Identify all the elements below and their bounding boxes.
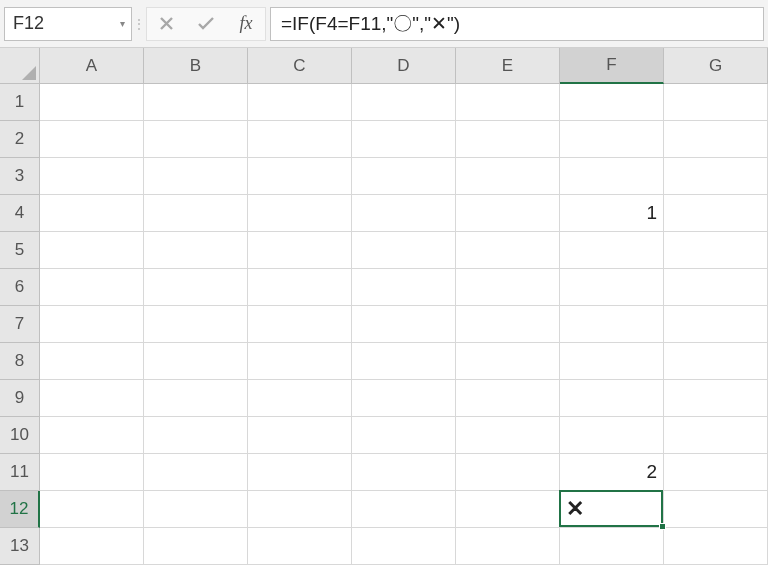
column-header-A[interactable]: A (40, 48, 144, 84)
cell-G12[interactable] (664, 491, 768, 528)
cell-D12[interactable] (352, 491, 456, 528)
cell-E10[interactable] (456, 417, 560, 454)
cell-C10[interactable] (248, 417, 352, 454)
row-header-6[interactable]: 6 (0, 269, 40, 306)
cell-A7[interactable] (40, 306, 144, 343)
cell-D6[interactable] (352, 269, 456, 306)
row-header-8[interactable]: 8 (0, 343, 40, 380)
cell-E11[interactable] (456, 454, 560, 491)
cell-B7[interactable] (144, 306, 248, 343)
cell-D13[interactable] (352, 528, 456, 565)
cell-B8[interactable] (144, 343, 248, 380)
cell-B1[interactable] (144, 84, 248, 121)
cell-A9[interactable] (40, 380, 144, 417)
cell-C12[interactable] (248, 491, 352, 528)
cell-B12[interactable] (144, 491, 248, 528)
name-box[interactable]: F12 ▾ (4, 7, 132, 41)
cell-G9[interactable] (664, 380, 768, 417)
row-header-9[interactable]: 9 (0, 380, 40, 417)
row-header-7[interactable]: 7 (0, 306, 40, 343)
cell-F11[interactable]: 2 (560, 454, 664, 491)
cell-B4[interactable] (144, 195, 248, 232)
cell-C2[interactable] (248, 121, 352, 158)
cell-D4[interactable] (352, 195, 456, 232)
cell-C6[interactable] (248, 269, 352, 306)
cell-F1[interactable] (560, 84, 664, 121)
cell-B9[interactable] (144, 380, 248, 417)
cell-G3[interactable] (664, 158, 768, 195)
cell-A13[interactable] (40, 528, 144, 565)
column-header-G[interactable]: G (664, 48, 768, 84)
cell-E4[interactable] (456, 195, 560, 232)
cell-G13[interactable] (664, 528, 768, 565)
cell-E9[interactable] (456, 380, 560, 417)
cell-F7[interactable] (560, 306, 664, 343)
cancel-icon[interactable] (153, 11, 179, 37)
row-header-2[interactable]: 2 (0, 121, 40, 158)
cell-B6[interactable] (144, 269, 248, 306)
cell-A12[interactable] (40, 491, 144, 528)
cell-D1[interactable] (352, 84, 456, 121)
cell-C1[interactable] (248, 84, 352, 121)
select-all-corner[interactable] (0, 48, 40, 84)
column-header-D[interactable]: D (352, 48, 456, 84)
cell-D11[interactable] (352, 454, 456, 491)
row-header-5[interactable]: 5 (0, 232, 40, 269)
row-header-12[interactable]: 12 (0, 491, 40, 528)
cell-F4[interactable]: 1 (560, 195, 664, 232)
cell-G6[interactable] (664, 269, 768, 306)
cell-C13[interactable] (248, 528, 352, 565)
cell-C9[interactable] (248, 380, 352, 417)
cell-D3[interactable] (352, 158, 456, 195)
cell-A1[interactable] (40, 84, 144, 121)
cell-E6[interactable] (456, 269, 560, 306)
cell-G5[interactable] (664, 232, 768, 269)
formula-input[interactable]: =IF(F4=F11,"〇","✕") (270, 7, 764, 41)
fill-handle[interactable] (659, 523, 666, 530)
cell-F3[interactable] (560, 158, 664, 195)
cell-F9[interactable] (560, 380, 664, 417)
cell-E8[interactable] (456, 343, 560, 380)
column-header-E[interactable]: E (456, 48, 560, 84)
cell-E12[interactable] (456, 491, 560, 528)
cell-D8[interactable] (352, 343, 456, 380)
cell-G1[interactable] (664, 84, 768, 121)
row-header-3[interactable]: 3 (0, 158, 40, 195)
cell-F8[interactable] (560, 343, 664, 380)
cell-C7[interactable] (248, 306, 352, 343)
cell-D10[interactable] (352, 417, 456, 454)
cell-G2[interactable] (664, 121, 768, 158)
cell-F13[interactable] (560, 528, 664, 565)
row-header-11[interactable]: 11 (0, 454, 40, 491)
cell-E13[interactable] (456, 528, 560, 565)
cell-F2[interactable] (560, 121, 664, 158)
cell-F5[interactable] (560, 232, 664, 269)
cell-E1[interactable] (456, 84, 560, 121)
cell-A2[interactable] (40, 121, 144, 158)
cell-D9[interactable] (352, 380, 456, 417)
cell-B10[interactable] (144, 417, 248, 454)
cell-B11[interactable] (144, 454, 248, 491)
cell-A5[interactable] (40, 232, 144, 269)
cell-G7[interactable] (664, 306, 768, 343)
cell-E3[interactable] (456, 158, 560, 195)
column-header-B[interactable]: B (144, 48, 248, 84)
cell-G10[interactable] (664, 417, 768, 454)
name-box-dropdown-icon[interactable]: ▾ (120, 18, 125, 29)
cell-G4[interactable] (664, 195, 768, 232)
cell-C11[interactable] (248, 454, 352, 491)
column-header-F[interactable]: F (560, 48, 664, 84)
cell-A8[interactable] (40, 343, 144, 380)
cell-A6[interactable] (40, 269, 144, 306)
cell-E7[interactable] (456, 306, 560, 343)
cell-D7[interactable] (352, 306, 456, 343)
row-header-4[interactable]: 4 (0, 195, 40, 232)
cell-A3[interactable] (40, 158, 144, 195)
cell-E2[interactable] (456, 121, 560, 158)
row-header-1[interactable]: 1 (0, 84, 40, 121)
cell-B2[interactable] (144, 121, 248, 158)
cell-E5[interactable] (456, 232, 560, 269)
cell-G11[interactable] (664, 454, 768, 491)
cell-G8[interactable] (664, 343, 768, 380)
cell-A10[interactable] (40, 417, 144, 454)
